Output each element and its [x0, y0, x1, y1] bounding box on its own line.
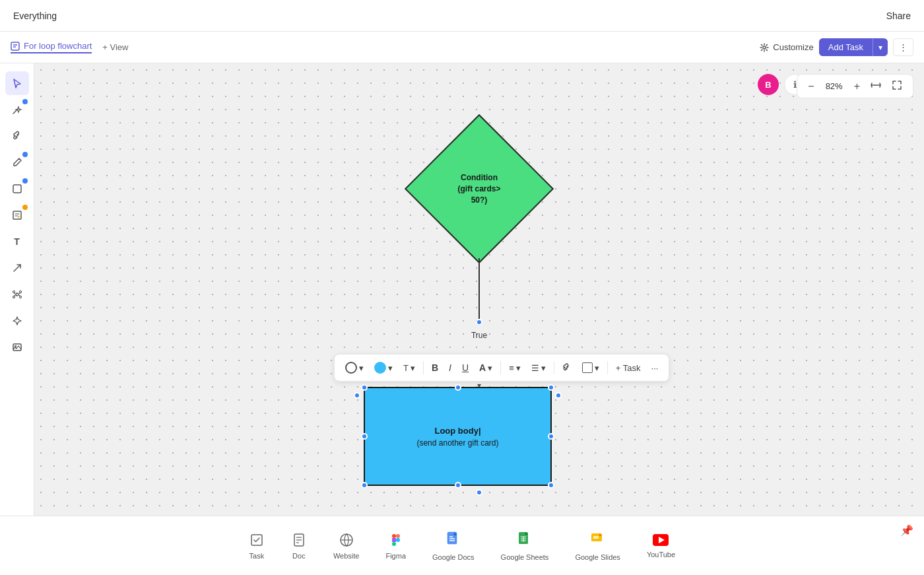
svg-point-28: [396, 538, 400, 542]
embed-button[interactable]: ▾: [579, 360, 602, 375]
handle-outer-bottom[interactable]: [476, 489, 482, 496]
image-tool[interactable]: [5, 335, 29, 359]
shape-tool[interactable]: [5, 177, 29, 201]
ai-tool[interactable]: [5, 309, 29, 333]
condition-text: Condition (gift cards> 50?): [446, 172, 512, 205]
svg-rect-45: [593, 536, 599, 539]
network-icon: [12, 289, 22, 300]
zoom-in-button[interactable]: +: [851, 80, 863, 93]
cursor-icon: [12, 78, 22, 88]
list-icon: ☰: [531, 363, 539, 373]
fullscreen-icon: [892, 80, 902, 90]
cursor-tool[interactable]: [5, 71, 29, 95]
dock-item-figma[interactable]: Figma: [372, 527, 419, 565]
svg-point-3: [763, 46, 766, 49]
magic-icon: [12, 104, 22, 115]
embed-dropdown-arrow: ▾: [595, 363, 599, 373]
ai-icon: [12, 316, 22, 326]
fill-circle-icon: [374, 362, 386, 374]
floating-toolbar: ▾ ▾ T ▾ B I U A ▾: [334, 354, 669, 382]
add-task-inline-label: + Task: [616, 363, 641, 373]
dock-item-google-docs[interactable]: Google Docs: [419, 525, 488, 566]
more-options-button[interactable]: ⋮: [893, 38, 913, 56]
bold-button[interactable]: B: [429, 360, 441, 375]
loop-body-subtext: (send another gift card): [416, 438, 498, 448]
connector-icon: [12, 263, 22, 273]
handle-outer-right[interactable]: [555, 392, 562, 399]
handle-right[interactable]: [548, 433, 554, 440]
handle-bottom[interactable]: [455, 482, 461, 489]
svg-rect-29: [392, 542, 396, 546]
condition-node[interactable]: Condition (gift cards> 50?): [407, 116, 552, 261]
customize-button[interactable]: Customize: [760, 42, 813, 52]
dock-doc-label: Doc: [292, 552, 306, 560]
shape-icon: [12, 184, 22, 194]
list-button[interactable]: ☰ ▾: [529, 361, 548, 375]
pen-icon: [12, 157, 22, 168]
add-task-inline-button[interactable]: + Task: [613, 361, 644, 375]
link-tool[interactable]: [5, 124, 29, 148]
svg-point-8: [13, 291, 15, 293]
second-bar: For loop flowchart + View Customize Add …: [0, 32, 924, 63]
shape-selector-button[interactable]: ▾: [343, 360, 366, 376]
website-icon: [339, 532, 354, 548]
canvas[interactable]: B ℹ − 82% + Condition (gift ca: [34, 63, 924, 516]
user-avatar: B: [758, 74, 779, 95]
network-tool[interactable]: [5, 283, 29, 306]
fullscreen-button[interactable]: [889, 79, 905, 94]
fill-color-button[interactable]: ▾: [372, 360, 395, 376]
loop-body-node[interactable]: Loop body| (send another gift card): [364, 387, 552, 486]
note-tool[interactable]: [5, 203, 29, 227]
svg-rect-27: [392, 538, 396, 542]
youtube-icon: [652, 533, 669, 547]
tab-flowchart[interactable]: For loop flowchart: [11, 41, 92, 53]
handle-bl[interactable]: [361, 482, 368, 489]
dock-website-label: Website: [333, 552, 360, 560]
more-options-toolbar-button[interactable]: ···: [649, 361, 661, 375]
svg-rect-25: [392, 534, 396, 538]
dock-item-website[interactable]: Website: [320, 527, 373, 565]
handle-tl[interactable]: [361, 384, 368, 391]
gear-icon: [760, 43, 769, 52]
pin-button[interactable]: 📌: [900, 524, 913, 537]
svg-line-15: [19, 295, 20, 296]
note-tool-dot: [22, 205, 28, 210]
tab-add-view[interactable]: + View: [102, 42, 128, 52]
font-selector-button[interactable]: T ▾: [401, 361, 418, 375]
link-icon: [12, 131, 22, 141]
zoom-controls: − 82% +: [797, 74, 913, 98]
handle-top[interactable]: [455, 384, 461, 391]
magic-tool[interactable]: [5, 98, 29, 121]
dock-item-doc[interactable]: Doc: [278, 527, 320, 565]
text-tool[interactable]: T: [5, 230, 29, 254]
share-button[interactable]: Share: [886, 11, 911, 21]
zoom-out-button[interactable]: −: [805, 80, 816, 93]
top-bar: Everything Share: [0, 0, 924, 32]
fit-width-button[interactable]: [868, 79, 884, 94]
handle-tr[interactable]: [548, 384, 554, 391]
add-task-dropdown-button[interactable]: ▾: [873, 39, 888, 56]
add-task-button[interactable]: Add Task: [819, 38, 873, 56]
italic-button[interactable]: I: [446, 360, 454, 375]
font-size-button[interactable]: A ▾: [477, 360, 495, 375]
dock-item-youtube[interactable]: YouTube: [634, 528, 688, 564]
font-label: T: [403, 363, 409, 373]
shape-dropdown-arrow: ▾: [359, 363, 364, 373]
dock-item-google-sheets[interactable]: Google Sheets: [488, 525, 562, 566]
svg-line-6: [14, 265, 20, 271]
handle-br[interactable]: [548, 482, 554, 489]
handle-outer-left[interactable]: [354, 392, 360, 399]
underline-button[interactable]: U: [459, 360, 471, 375]
pen-tool[interactable]: [5, 151, 29, 174]
handle-left[interactable]: [361, 433, 368, 440]
dock-item-task[interactable]: Task: [236, 527, 278, 565]
flowchart-icon: [11, 42, 20, 51]
align-button[interactable]: ≡ ▾: [506, 361, 523, 375]
svg-point-9: [19, 291, 21, 293]
link-button[interactable]: [560, 361, 574, 374]
loop-box-content: Loop body| (send another gift card): [416, 426, 498, 448]
dock-item-google-slides[interactable]: Google Slides: [562, 525, 634, 566]
connector-tool[interactable]: [5, 256, 29, 280]
align-icon: ≡: [509, 363, 514, 373]
svg-rect-4: [13, 185, 21, 193]
